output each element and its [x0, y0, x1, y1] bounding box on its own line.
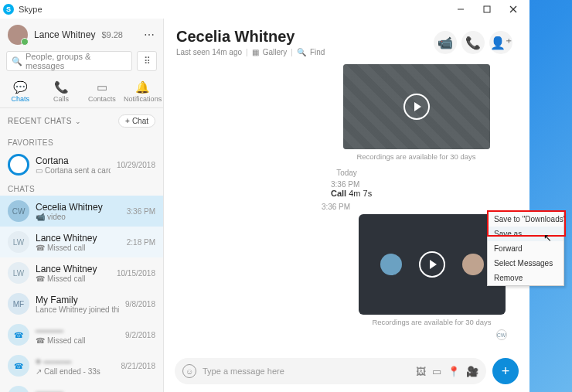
find-link[interactable]: Find [310, 48, 325, 56]
new-chat-button[interactable]: +Chat [118, 114, 155, 128]
favorites-label: FAVORITES [0, 134, 163, 149]
play-icon[interactable] [403, 94, 430, 120]
phone-icon: 📞 [465, 36, 481, 50]
tab-calls[interactable]: 📞Calls [41, 77, 82, 107]
tab-chats[interactable]: 💬Chats [0, 77, 41, 107]
list-item[interactable]: MF My FamilyLance Whitney joined this co… [0, 288, 163, 319]
profile-row[interactable]: Lance Whitney $9.28 ⋯ [0, 19, 163, 51]
audio-call-button[interactable]: 📞 [461, 31, 485, 54]
outgoing-time: 3:36 PM [322, 203, 372, 211]
contacts-icon: ▭ [82, 80, 123, 94]
recent-chats-header[interactable]: RECENT CHATS ⌄ +Chat [0, 108, 163, 134]
recording-card[interactable] [343, 64, 490, 149]
plus-icon: + [502, 363, 510, 380]
video-icon: 📹 [438, 36, 453, 50]
nav-tabs: 💬Chats 📞Calls ▭Contacts 🔔Notifications [0, 77, 163, 108]
missed-call-icon: ☎ [36, 274, 45, 283]
menu-item-remove[interactable]: Remove [488, 271, 563, 285]
chevron-down-icon: ⌄ [75, 118, 82, 125]
profile-credit: $9.28 [101, 30, 123, 39]
avatar-icon: LW [8, 231, 29, 253]
conversation-pane: Cecelia Whitney Last seen 14m ago | ▦ Ga… [164, 19, 529, 392]
search-icon: 🔍 [12, 56, 22, 66]
call-entry: 3:36 PM Call 4m 7s [176, 180, 517, 198]
video-icon: 📹 [36, 213, 45, 221]
card-icon: ▭ [36, 166, 43, 175]
play-icon[interactable] [419, 251, 445, 278]
contact-card-icon[interactable]: ▭ [432, 366, 441, 377]
attach-file-icon[interactable]: 🖼 [416, 366, 426, 377]
avatar-icon: MF [8, 293, 29, 315]
plus-icon: + [125, 117, 130, 125]
list-item[interactable]: CW Cecelia Whitney📹video 3:36 PM [0, 196, 163, 227]
minimize-button[interactable] [448, 0, 474, 19]
titlebar: S Skype [0, 0, 529, 19]
context-menu: Save to "Downloads" Save as... Forward S… [487, 211, 564, 286]
cortana-avatar-icon [8, 154, 29, 176]
tab-notifications[interactable]: 🔔Notifications [122, 77, 163, 107]
date-separator: Today [336, 169, 357, 177]
dialpad-button[interactable]: ⠿ [137, 51, 157, 71]
more-menu-icon[interactable]: ⋯ [144, 29, 155, 41]
sidebar: Lance Whitney $9.28 ⋯ 🔍 People, groups &… [0, 19, 164, 392]
participant-avatar-icon [462, 254, 484, 275]
gallery-link[interactable]: Gallery [263, 48, 288, 56]
list-item[interactable]: Cortana▭Cortana sent a card 10/29/2018 [0, 149, 163, 180]
read-receipt-badge: CW [496, 329, 507, 340]
missed-call-icon: ☎ [36, 336, 45, 345]
search-icon: 🔍 [297, 48, 306, 56]
list-item[interactable]: LW Lance Whitney☎Missed call 10/15/2018 [0, 257, 163, 288]
new-button[interactable]: + [492, 358, 519, 384]
compose-input[interactable]: ☺ Type a message here 🖼 ▭ 📍 🎥 [175, 358, 486, 384]
tab-contacts[interactable]: ▭Contacts [82, 77, 123, 107]
search-placeholder: People, groups & messages [26, 52, 127, 70]
phone-avatar-icon: ☎ [8, 355, 29, 377]
list-item[interactable]: LW Lance Whitney☎Missed call 2:18 PM [0, 227, 163, 257]
call-icon: ↗ [36, 367, 42, 376]
missed-call-icon: ☎ [36, 244, 45, 252]
phone-avatar-icon: ☎ [8, 324, 29, 346]
svg-rect-1 [484, 6, 490, 12]
recording-note: Recordings are available for 30 days [372, 318, 491, 326]
list-item[interactable]: ☎ ———📱9 8/20/2018 [0, 381, 163, 392]
user-avatar-icon[interactable] [8, 25, 28, 45]
phone-avatar-icon: ☎ [8, 386, 29, 392]
skype-window: S Skype Lance Whitney $9.28 ⋯ 🔍 People, … [0, 0, 529, 392]
gallery-icon: ▦ [252, 48, 259, 56]
conversation-body: Recordings are available for 30 days Tod… [164, 61, 529, 350]
menu-item-save-as[interactable]: Save as... [488, 227, 563, 241]
video-call-button[interactable]: 📹 [434, 31, 457, 54]
menu-item-save-downloads[interactable]: Save to "Downloads" [488, 212, 563, 227]
add-participant-button[interactable]: 👤⁺ [489, 31, 512, 54]
skype-logo-icon: S [3, 4, 14, 15]
call-time: 3:36 PM [331, 180, 517, 189]
window-title: Skype [19, 5, 448, 14]
menu-item-select-messages[interactable]: Select Messages [488, 256, 563, 271]
participant-avatar-icon [380, 254, 402, 275]
search-input[interactable]: 🔍 People, groups & messages [6, 51, 132, 71]
chats-label: CHATS [0, 180, 163, 196]
location-icon[interactable]: 📍 [448, 366, 460, 377]
list-item[interactable]: ☎ + ———↗Call ended - 33s 8/21/2018 [0, 350, 163, 381]
list-item[interactable]: ☎ ———☎Missed call 9/2/2018 [0, 319, 163, 350]
last-seen: Last seen 14m ago [176, 48, 242, 56]
phone-icon: 📞 [41, 80, 82, 94]
close-button[interactable] [500, 0, 526, 19]
avatar-icon: LW [8, 262, 29, 284]
emoji-icon[interactable]: ☺ [182, 364, 196, 378]
compose-row: ☺ Type a message here 🖼 ▭ 📍 🎥 + [164, 350, 529, 392]
profile-name: Lance Whitney [34, 29, 95, 40]
compose-placeholder: Type a message here [203, 366, 410, 376]
bell-icon: 🔔 [122, 80, 163, 94]
video-message-icon[interactable]: 🎥 [466, 366, 478, 377]
avatar-icon: CW [8, 200, 29, 222]
video-recording-card[interactable] [359, 214, 506, 315]
maximize-button[interactable] [474, 0, 500, 19]
menu-item-forward[interactable]: Forward [488, 241, 563, 256]
recording-note: Recordings are available for 30 days [356, 152, 475, 161]
conversation-header: Cecelia Whitney Last seen 14m ago | ▦ Ga… [164, 19, 529, 61]
chat-list: FAVORITES Cortana▭Cortana sent a card 10… [0, 134, 163, 392]
person-plus-icon: 👤⁺ [490, 36, 512, 50]
conversation-title: Cecelia Whitney [176, 28, 434, 46]
chat-icon: 💬 [0, 80, 41, 94]
